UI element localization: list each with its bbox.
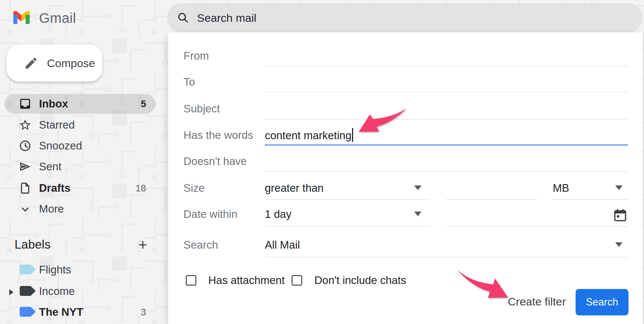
star-icon xyxy=(19,118,32,132)
label-tag-icon xyxy=(19,306,36,317)
sidebar-item-drafts[interactable]: Drafts 18 xyxy=(5,178,155,198)
has-attachment-checkbox[interactable] xyxy=(186,275,196,286)
to-underline xyxy=(265,92,628,93)
sidebar-item-label: Snoozed xyxy=(39,136,82,156)
dont-include-chats-checkbox[interactable] xyxy=(292,275,302,286)
search-scope-dropdown[interactable]: All Mail xyxy=(265,238,628,258)
from-underline xyxy=(265,66,628,66)
has-attachment-label[interactable]: Has attachment xyxy=(208,273,285,288)
sidebar-item-sent[interactable]: Sent xyxy=(5,157,155,177)
inbox-count: 5 xyxy=(124,94,146,114)
document-icon xyxy=(19,182,32,195)
sidebar-label-flights[interactable]: Flights xyxy=(5,260,155,280)
sidebar-item-label: Inbox xyxy=(39,94,68,114)
label-tag-icon xyxy=(19,264,36,275)
sidebar-label-the-nyt[interactable]: The NYT 3 xyxy=(5,302,155,322)
label-name: Flights xyxy=(39,260,71,280)
inbox-icon xyxy=(19,97,32,110)
size-unit-value: MB xyxy=(553,181,569,195)
search-input[interactable]: Search mail xyxy=(197,3,257,32)
sidebar-item-more[interactable]: More xyxy=(5,199,155,219)
date-within-underline xyxy=(265,226,430,227)
search-mail-bar[interactable]: Search mail xyxy=(167,3,643,32)
sidebar-item-label: Sent xyxy=(39,157,61,177)
plus-icon: + xyxy=(139,236,147,253)
date-within-label: Date within xyxy=(183,207,237,222)
size-operator-underline xyxy=(265,199,430,200)
has-words-label: Has the words xyxy=(183,128,253,142)
size-operator-dropdown[interactable]: greater than xyxy=(265,181,430,200)
has-words-underline-focused xyxy=(265,144,628,145)
sidebar-item-snoozed[interactable]: Snoozed xyxy=(5,136,155,156)
chevron-down-icon xyxy=(20,204,31,215)
subject-label: Subject xyxy=(183,101,220,116)
compose-label: Compose xyxy=(47,45,95,82)
to-input[interactable] xyxy=(265,75,628,91)
create-label-button[interactable]: + xyxy=(134,235,152,254)
dropdown-caret-icon xyxy=(615,242,623,247)
from-label: From xyxy=(183,49,209,63)
label-tag-icon xyxy=(19,286,36,296)
from-input[interactable] xyxy=(265,49,628,65)
expand-arrow-icon[interactable] xyxy=(9,289,14,295)
advanced-search-panel: From To Subject Has the words content ma… xyxy=(168,32,643,324)
subject-underline xyxy=(265,119,628,119)
sidebar-item-label: Drafts xyxy=(39,178,70,198)
dropdown-caret-icon xyxy=(615,185,623,190)
sidebar-item-starred[interactable]: Starred xyxy=(5,115,155,135)
gmail-logo[interactable]: Gmail xyxy=(13,10,99,26)
dropdown-caret-icon xyxy=(414,185,422,190)
search-icon xyxy=(177,12,189,24)
date-within-dropdown[interactable]: 1 day xyxy=(265,207,430,227)
size-amount-underline xyxy=(446,199,537,200)
clock-icon xyxy=(19,139,32,152)
drafts-count: 18 xyxy=(124,178,146,198)
subject-input[interactable] xyxy=(265,101,628,118)
has-words-value: content marketing xyxy=(265,129,351,142)
has-words-input[interactable]: content marketing xyxy=(265,128,628,144)
size-amount-input[interactable] xyxy=(446,181,537,200)
sidebar-item-inbox[interactable]: Inbox 5 xyxy=(5,94,155,114)
sidebar-item-label: Starred xyxy=(39,115,75,135)
doesnt-have-underline xyxy=(265,171,628,172)
doesnt-have-label: Doesn't have xyxy=(183,154,247,169)
date-picker-input[interactable] xyxy=(446,207,628,227)
sidebar-item-label: More xyxy=(39,199,64,219)
size-label: Size xyxy=(183,181,205,195)
app-title: Gmail xyxy=(39,10,76,26)
to-label: To xyxy=(183,75,195,89)
sidebar-label-income[interactable]: Income xyxy=(5,281,155,301)
dont-include-chats-label[interactable]: Don't include chats xyxy=(314,273,406,288)
size-unit-underline xyxy=(553,199,628,200)
date-within-value: 1 day xyxy=(265,207,292,222)
send-icon xyxy=(19,160,32,173)
gmail-m-icon xyxy=(13,10,30,25)
size-operator-value: greater than xyxy=(265,181,324,195)
text-cursor xyxy=(352,128,353,142)
search-scope-underline xyxy=(265,257,628,258)
label-name: Income xyxy=(39,281,75,301)
create-filter-button[interactable]: Create filter xyxy=(508,294,566,309)
compose-button[interactable]: Compose xyxy=(7,45,102,82)
date-underline xyxy=(446,226,628,227)
search-scope-value: All Mail xyxy=(265,238,300,252)
pencil-icon xyxy=(24,56,38,70)
dropdown-caret-icon xyxy=(414,212,422,216)
label-name: The NYT xyxy=(39,302,83,322)
search-scope-label: Search xyxy=(183,238,218,252)
calendar-icon[interactable] xyxy=(613,208,628,223)
search-button[interactable]: Search xyxy=(576,289,628,315)
labels-heading: Labels xyxy=(15,237,51,252)
doesnt-have-input[interactable] xyxy=(265,154,628,171)
size-unit-dropdown[interactable]: MB xyxy=(553,181,628,200)
label-count: 3 xyxy=(124,302,146,322)
search-button-label: Search xyxy=(576,289,628,315)
